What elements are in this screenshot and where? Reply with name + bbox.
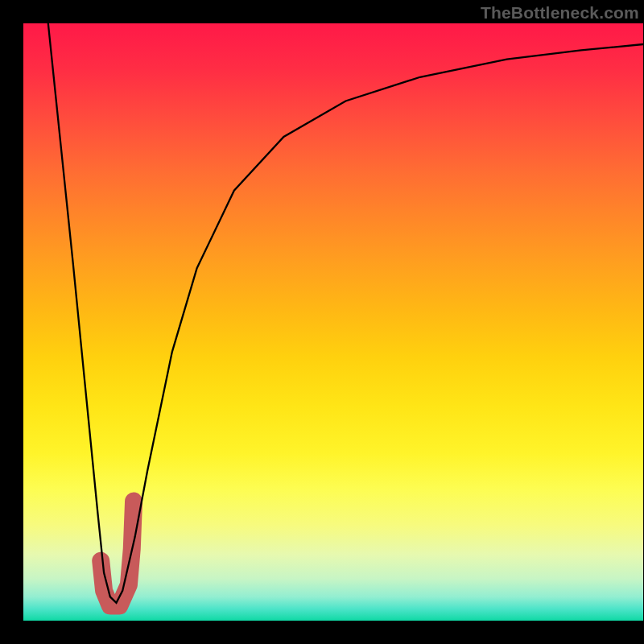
watermark-text: TheBottleneck.com	[481, 3, 639, 23]
chart-stage: TheBottleneck.com	[0, 0, 644, 644]
highlight-marker	[101, 502, 134, 606]
chart-svg	[23, 23, 643, 621]
plot-area	[23, 23, 643, 621]
